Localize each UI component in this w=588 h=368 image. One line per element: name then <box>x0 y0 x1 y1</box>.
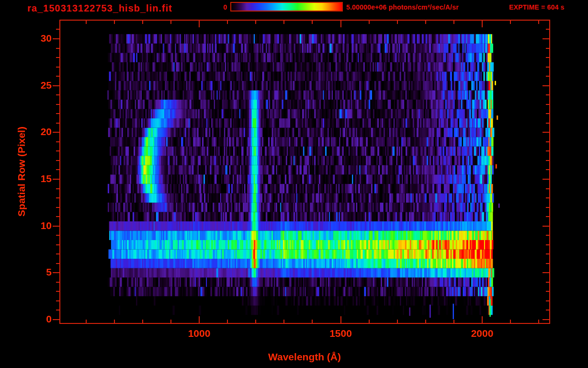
y-tick-label: 30 <box>13 33 52 44</box>
colorbar-min-label: 0 <box>210 3 227 11</box>
colorbar-max-label: 5.00000e+06 photons/cm²/sec/A/sr <box>346 3 459 11</box>
y-axis-title: Spatial Row (Pixel) <box>16 76 28 267</box>
file-title: ra_150313122753_hisb_lin.fit <box>27 3 172 14</box>
y-tick-label: 5 <box>13 266 52 278</box>
x-tick-label: 2000 <box>453 328 511 339</box>
colorbar-gradient <box>230 2 343 12</box>
x-axis-title: Wavelength (Å) <box>209 351 400 363</box>
y-tick-label: 0 <box>13 313 52 325</box>
x-tick-label: 1000 <box>170 328 228 339</box>
x-tick-label: 1500 <box>312 328 370 339</box>
idl-plot-window: ra_150313122753_hisb_lin.fit 0 5.00000e+… <box>0 0 588 368</box>
spectrogram-heatmap <box>60 20 550 323</box>
exptime-label: EXPTIME = 604 s <box>509 3 564 11</box>
